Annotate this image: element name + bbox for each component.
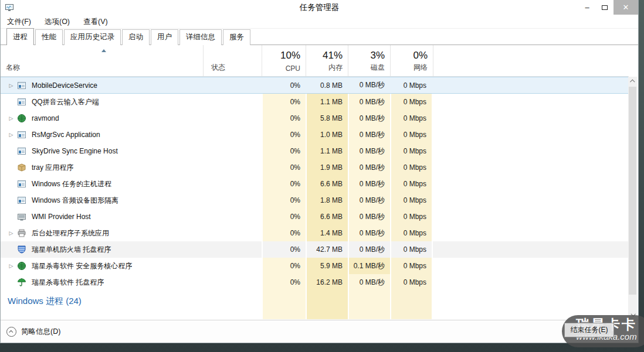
end-task-button[interactable]: 结束任务(E): [564, 323, 614, 337]
cpu-cell: 0%: [262, 159, 306, 176]
column-header-name[interactable]: 名称: [1, 45, 203, 76]
table-row[interactable]: SkyDrive Sync Engine Host 0% 1.1 MB 0 MB…: [1, 143, 629, 159]
disk-cell: 0 MB/秒: [348, 241, 390, 258]
column-header-memory[interactable]: 41% 内存: [306, 45, 348, 76]
cpu-cell: 0%: [262, 127, 306, 143]
app-window-icon: [17, 179, 26, 189]
memory-cell: 1.9 MB: [306, 159, 348, 176]
title-bar[interactable]: 任务管理器 – ✕: [1, 0, 638, 15]
tab-performance[interactable]: 性能: [35, 29, 63, 45]
table-row[interactable]: ▷ 瑞星杀毒软件 安全服务核心程序 0% 5.9 MB 0.1 MB/秒 0 M…: [1, 258, 629, 274]
process-name: ravmond: [32, 114, 59, 122]
process-name: SkyDrive Sync Engine Host: [32, 147, 118, 155]
cpu-cell: 0%: [262, 241, 306, 258]
network-cell: 0 Mbps: [390, 225, 433, 241]
expander-icon[interactable]: ▷: [5, 263, 17, 269]
cpu-cell: 0%: [262, 274, 306, 291]
app-window-icon: [17, 146, 26, 156]
scroll-up-icon[interactable]: [628, 77, 637, 86]
package-icon: [17, 163, 26, 172]
menu-view[interactable]: 查看(V): [83, 17, 108, 27]
tab-details[interactable]: 详细信息: [179, 29, 222, 45]
sort-ascending-icon: [101, 49, 106, 52]
scrollbar-thumb[interactable]: [629, 87, 636, 295]
memory-cell: 1.0 MB: [306, 127, 348, 143]
expander-icon[interactable]: ▷: [5, 83, 17, 88]
process-name: 瑞星单机防火墙 托盘程序: [32, 245, 111, 255]
network-total-percent: 0%: [413, 50, 428, 61]
close-button[interactable]: ✕: [614, 0, 638, 15]
table-row[interactable]: WMI Provider Host 0% 6.6 MB 0 MB/秒 0 Mbp…: [1, 209, 629, 225]
disk-cell: 0 MB/秒: [348, 209, 390, 225]
tab-users[interactable]: 用户: [151, 29, 178, 45]
disk-cell: 0 MB/秒: [348, 176, 390, 192]
disk-cell: 0 MB/秒: [348, 143, 390, 159]
tab-app-history[interactable]: 应用历史记录: [64, 29, 121, 45]
disk-cell: 0 MB/秒: [348, 127, 390, 143]
vertical-scrollbar[interactable]: [628, 77, 637, 319]
system-icon: [17, 212, 26, 221]
table-row[interactable]: 瑞星杀毒软件 托盘程序 0% 16.2 MB 0 MB/秒 0 Mbps: [1, 274, 629, 291]
maximize-button[interactable]: [596, 0, 614, 15]
column-header-status[interactable]: 状态: [203, 45, 262, 76]
network-cell: 0 Mbps: [390, 159, 433, 176]
network-cell: 0 Mbps: [390, 176, 433, 192]
chevron-up-icon: [6, 327, 16, 337]
menu-options[interactable]: 选项(O): [45, 17, 70, 27]
process-table: ▷ MobileDeviceService 0% 0.8 MB 0 MB/秒 0…: [1, 77, 629, 319]
table-row[interactable]: Windows 音频设备图形隔离 0% 1.8 MB 0 MB/秒 0 Mbps: [1, 192, 629, 209]
globe-icon: [17, 261, 26, 271]
network-cell: 0 Mbps: [390, 127, 433, 143]
table-row[interactable]: tray 应用程序 0% 1.9 MB 0 MB/秒 0 Mbps: [1, 159, 629, 176]
tab-startup[interactable]: 启动: [122, 29, 150, 45]
disk-cell: 0.1 MB/秒: [348, 258, 390, 274]
tab-processes[interactable]: 进程: [6, 28, 34, 45]
cpu-cell: 0%: [262, 143, 306, 159]
table-row[interactable]: Windows 任务的主机进程 0% 6.6 MB 0 MB/秒 0 Mbps: [1, 176, 629, 192]
column-header-network[interactable]: 0% 网络: [390, 45, 433, 76]
table-row[interactable]: ▷ MobileDeviceService 0% 0.8 MB 0 MB/秒 0…: [1, 77, 629, 94]
expander-icon[interactable]: ▷: [5, 132, 17, 138]
column-header-cpu[interactable]: 10% CPU: [262, 45, 306, 76]
table-row[interactable]: QQ拼音云输入客户端 0% 1.1 MB 0 MB/秒 0 Mbps: [1, 94, 629, 110]
network-cell: 0 Mbps: [390, 94, 433, 110]
column-header-disk[interactable]: 3% 磁盘: [348, 45, 390, 76]
memory-cell: 5.8 MB: [306, 110, 348, 127]
memory-cell: 5.9 MB: [306, 258, 348, 274]
process-name: MobileDeviceService: [32, 81, 97, 90]
minimize-button[interactable]: –: [578, 0, 596, 15]
table-row[interactable]: 瑞星单机防火墙 托盘程序 0% 42.7 MB 0 MB/秒 0 Mbps: [1, 241, 629, 258]
process-name: tray 应用程序: [32, 163, 73, 173]
task-manager-window: 任务管理器 – ✕ 文件(F) 选项(O) 查看(V) 进程 性能 应用历史记录…: [0, 0, 639, 343]
cpu-cell: 0%: [262, 94, 306, 110]
group-label[interactable]: Windows 进程 (24): [1, 296, 203, 307]
expander-icon[interactable]: ▷: [5, 230, 17, 236]
tab-services[interactable]: 服务: [223, 29, 250, 45]
table-row[interactable]: ▷ RsMgrSvc Application 0% 1.0 MB 0 MB/秒 …: [1, 127, 629, 143]
table-header: 名称 状态 10% CPU 41% 内存 3% 磁盘 0% 网络: [1, 45, 629, 77]
network-cell: 0 Mbps: [390, 192, 433, 209]
disk-cell: 0 MB/秒: [348, 94, 390, 110]
disk-total-percent: 3%: [370, 50, 385, 61]
process-name: 瑞星杀毒软件 安全服务核心程序: [32, 261, 132, 271]
menu-bar: 文件(F) 选项(O) 查看(V): [1, 15, 638, 29]
table-row[interactable]: ▷ ravmond 0% 5.8 MB 0 MB/秒 0 Mbps: [1, 110, 629, 127]
process-name: Windows 任务的主机进程: [32, 179, 111, 189]
globe-icon: [17, 114, 26, 123]
printer-icon: [17, 228, 26, 238]
disk-cell: 0 MB/秒: [348, 274, 390, 291]
memory-total-percent: 41%: [323, 50, 343, 61]
footer-bar: 简略信息(D): [1, 320, 638, 343]
fewer-details-toggle[interactable]: 简略信息(D): [6, 327, 60, 337]
expander-icon[interactable]: ▷: [5, 115, 17, 121]
process-name: 瑞星杀毒软件 托盘程序: [32, 278, 104, 288]
cpu-total-percent: 10%: [280, 50, 300, 61]
table-row[interactable]: ▷ 后台处理程序子系统应用 0% 1.4 MB 0 MB/秒 0 Mbps: [1, 225, 629, 241]
memory-cell: 42.7 MB: [306, 241, 348, 258]
network-cell: 0 Mbps: [390, 110, 433, 127]
memory-cell: 1.4 MB: [306, 225, 348, 241]
window-title: 任务管理器: [1, 2, 638, 13]
process-name: 后台处理程序子系统应用: [32, 228, 109, 238]
menu-file[interactable]: 文件(F): [7, 17, 31, 27]
group-header-windows-processes[interactable]: Windows 进程 (24): [1, 291, 629, 312]
